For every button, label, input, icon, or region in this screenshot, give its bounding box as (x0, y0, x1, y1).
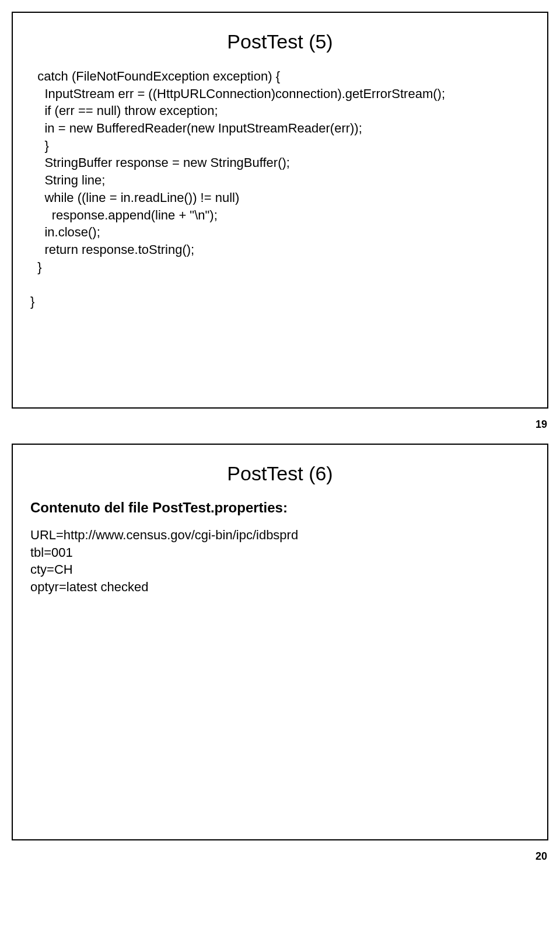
slide-2: PostTest (6) Contenuto del file PostTest… (12, 444, 548, 840)
slide-title: PostTest (5) (30, 30, 530, 53)
slide-title: PostTest (6) (30, 462, 530, 485)
page-number: 19 (536, 418, 547, 431)
subheading: Contenuto del file PostTest.properties: (30, 500, 530, 516)
code-block: catch (FileNotFoundException exception) … (30, 68, 530, 310)
properties-block: URL=http://www.census.gov/cgi-bin/ipc/id… (30, 526, 530, 596)
page-number: 20 (536, 850, 547, 863)
slide-1: PostTest (5) catch (FileNotFoundExceptio… (12, 12, 548, 409)
